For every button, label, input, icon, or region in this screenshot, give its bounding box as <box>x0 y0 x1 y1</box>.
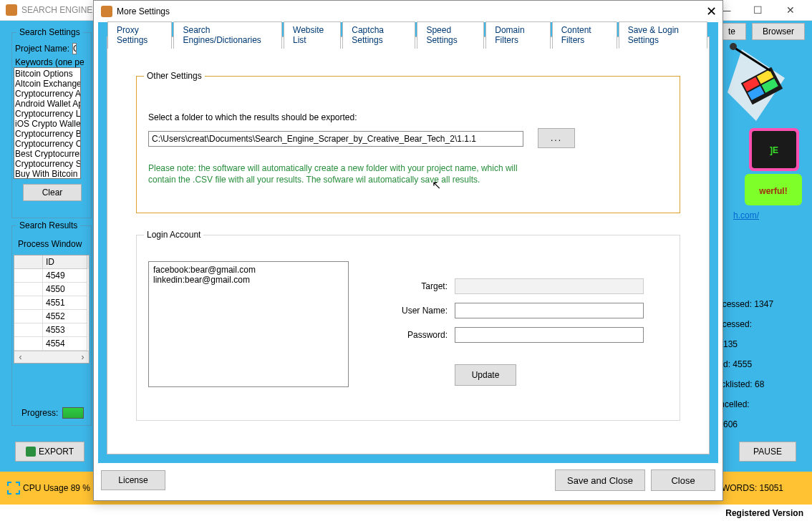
username-label: User Name: <box>402 306 448 316</box>
search-settings-group: Search Settings Project Name: Keywords (… <box>11 32 92 218</box>
pause-button[interactable]: PAUSE <box>739 442 796 462</box>
clear-button[interactable]: Clear <box>23 184 82 201</box>
settings-tab-panel: Proxy Settings Search Engines/Dictionari… <box>107 36 710 454</box>
progress-bar <box>62 407 84 419</box>
bottom-status-strip: Registered Version <box>0 505 812 521</box>
tab-proxy-settings[interactable]: Proxy Settings <box>107 21 172 49</box>
login-account-fieldset: Login Account facebook:bear@gmail.com li… <box>136 235 680 421</box>
id-column-header: ID <box>43 255 87 269</box>
license-button[interactable]: License <box>101 470 165 490</box>
project-name-input[interactable] <box>72 43 77 54</box>
process-window-label: Process Window <box>18 239 82 249</box>
other-settings-fieldset: Other Settings Select a folder to which … <box>136 76 680 213</box>
update-button[interactable]: Update <box>455 364 516 386</box>
tabs-row: Proxy Settings Search Engines/Dictionari… <box>107 21 709 49</box>
cpu-usage: CPU Usage 89 % <box>23 483 90 493</box>
export-folder-input[interactable] <box>148 131 523 147</box>
keywords-label: Keywords (one pe <box>15 57 84 67</box>
password-input[interactable] <box>455 327 644 343</box>
table-row: 4549 <box>43 269 87 283</box>
accounts-listbox[interactable]: facebook:bear@gmail.com linkedin:bear@gm… <box>148 261 349 387</box>
results-table[interactable]: ID 4549 4550 4551 4552 4553 4554 ‹› <box>14 255 90 364</box>
search-settings-legend: Search Settings <box>16 27 83 37</box>
cpu-icon <box>7 482 20 495</box>
progress-label: Progress: <box>21 408 58 418</box>
dialog-title: More Settings <box>117 6 170 16</box>
project-name-label: Project Name: <box>15 44 69 54</box>
excel-icon <box>26 447 36 457</box>
login-account-legend: Login Account <box>144 230 203 240</box>
search-results-group: Search Results Process Window ID 4549 45… <box>11 225 92 426</box>
tab-search-engines[interactable]: Search Engines/Dictionaries <box>173 21 282 49</box>
table-row: 4550 <box>43 283 87 296</box>
password-label: Password: <box>402 330 448 340</box>
tab-save-login[interactable]: Save & Login Settings <box>619 21 707 49</box>
more-settings-dialog: More Settings ✕ Proxy Settings Search En… <box>93 0 723 501</box>
maximize-icon[interactable]: ☐ <box>742 0 774 21</box>
tab-website-list[interactable]: Website List <box>284 21 341 49</box>
close-icon[interactable]: ✕ <box>774 0 806 21</box>
tab-speed-settings[interactable]: Speed Settings <box>417 21 484 49</box>
table-row: 4551 <box>43 296 87 310</box>
table-row: 4553 <box>43 323 87 337</box>
app-icon <box>6 4 17 16</box>
registered-version: Registered Version <box>725 508 803 518</box>
keywords-count: WORDS: 15051 <box>722 483 783 493</box>
close-button[interactable]: Close <box>651 469 715 491</box>
browse-folder-button[interactable]: ... <box>538 128 575 148</box>
dialog-close-icon[interactable]: ✕ <box>706 4 717 19</box>
target-label: Target: <box>402 281 448 291</box>
export-folder-label: Select a folder to which the results sho… <box>148 112 357 122</box>
other-settings-legend: Other Settings <box>144 71 205 81</box>
table-horizontal-scrollbar[interactable]: ‹› <box>14 351 89 363</box>
keywords-listbox[interactable]: Bitcoin Options Altcoin Exchange Cryptoc… <box>14 67 81 179</box>
export-button[interactable]: EXPORT <box>15 442 84 462</box>
target-input[interactable] <box>455 278 644 294</box>
tab-captcha-settings[interactable]: Captcha Settings <box>342 21 415 49</box>
tab-content-filters[interactable]: Content Filters <box>552 21 617 49</box>
browser-button[interactable]: Browser <box>752 23 805 40</box>
promo-graphic: ]E werful! <box>720 42 803 207</box>
website-link[interactable]: h.com/ <box>733 210 759 220</box>
svg-point-12 <box>730 43 737 50</box>
dialog-icon <box>101 6 112 17</box>
search-results-legend: Search Results <box>16 220 80 230</box>
table-row: 4552 <box>43 310 87 323</box>
table-row: 4554 <box>43 337 87 351</box>
export-note: Please note: the software will automatic… <box>148 162 521 185</box>
save-and-close-button[interactable]: Save and Close <box>555 469 645 491</box>
svg-text:werful!: werful! <box>758 186 787 196</box>
tab-domain-filters[interactable]: Domain Filters <box>485 21 550 49</box>
username-input[interactable] <box>455 303 644 318</box>
svg-text:]E: ]E <box>770 145 778 155</box>
